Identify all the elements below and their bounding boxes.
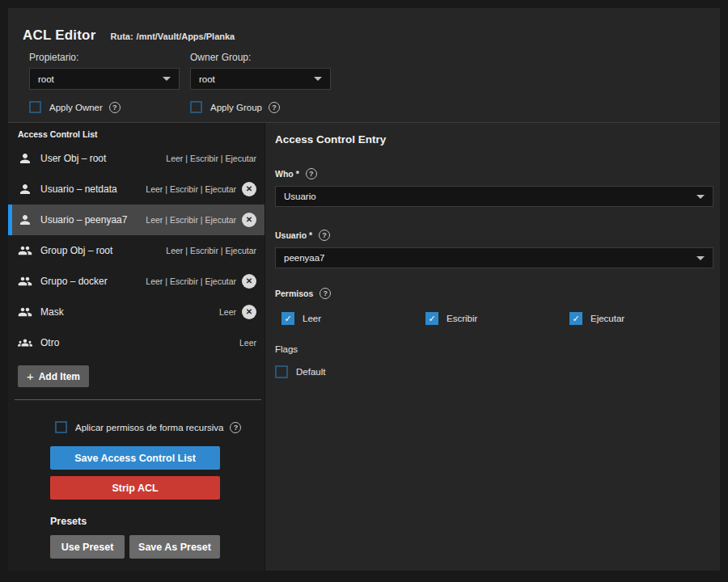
owner-select-value: root bbox=[38, 74, 54, 84]
remove-entry-button[interactable]: ✕ bbox=[242, 305, 256, 319]
user-label: Usuario * bbox=[275, 230, 312, 240]
acl-editor-header: ACL Editor Ruta:/mnt/Vault/Apps/Planka P… bbox=[8, 8, 720, 123]
entry-permissions: Leer | Escribir | Ejecutar bbox=[166, 154, 256, 163]
entry-permissions: Leer | Escribir | Ejecutar bbox=[146, 184, 236, 194]
people-icon bbox=[18, 305, 32, 319]
path-value: /mnt/Vault/Apps/Planka bbox=[137, 32, 235, 41]
people-icon bbox=[18, 274, 32, 289]
help-icon[interactable]: ? bbox=[230, 422, 241, 433]
recursive-checkbox[interactable] bbox=[55, 421, 67, 433]
write-label: Escribir bbox=[447, 314, 477, 323]
execute-label: Ejecutar bbox=[590, 314, 624, 323]
help-icon[interactable]: ? bbox=[319, 230, 330, 241]
entry-permissions: Leer bbox=[219, 307, 236, 317]
help-icon[interactable]: ? bbox=[306, 168, 317, 179]
acl-list-panel: Access Control List User Obj – root Leer… bbox=[8, 123, 265, 571]
write-checkbox[interactable]: ✓ bbox=[425, 312, 438, 325]
help-icon[interactable]: ? bbox=[320, 288, 331, 299]
add-item-button[interactable]: + Add Item bbox=[18, 365, 89, 387]
apply-group-label: Apply Group bbox=[210, 103, 262, 112]
plus-icon: + bbox=[27, 369, 34, 383]
page-title: ACL Editor bbox=[23, 27, 95, 44]
owner-select[interactable]: root bbox=[29, 68, 180, 90]
acl-entry-row[interactable]: Group Obj – root Leer | Escribir | Ejecu… bbox=[8, 235, 265, 266]
recursive-label: Aplicar permisos de forma recursiva bbox=[75, 423, 223, 432]
person-icon bbox=[18, 182, 32, 196]
owner-group-select[interactable]: root bbox=[190, 68, 331, 90]
acl-entry-row[interactable]: User Obj – root Leer | Escribir | Ejecut… bbox=[8, 143, 265, 174]
who-label: Who * bbox=[275, 169, 299, 179]
apply-group-checkbox[interactable] bbox=[190, 101, 202, 113]
entry-permissions: Leer bbox=[239, 338, 256, 348]
save-acl-button[interactable]: Save Access Control List bbox=[50, 446, 220, 470]
entry-title: Access Control Entry bbox=[275, 133, 713, 146]
chevron-down-icon bbox=[696, 256, 705, 260]
divider bbox=[15, 399, 261, 400]
path-label: Ruta: bbox=[110, 32, 133, 41]
dataset-path: Ruta:/mnt/Vault/Apps/Planka bbox=[110, 32, 235, 41]
acl-entry-row-selected[interactable]: Usuario – peenyaa7 Leer | Escribir | Eje… bbox=[8, 205, 265, 235]
who-select-value: Usuario bbox=[284, 192, 316, 201]
chevron-down-icon bbox=[314, 77, 322, 81]
chevron-down-icon bbox=[696, 195, 705, 199]
chevron-down-icon bbox=[163, 77, 171, 81]
user-select-value: peenyaa7 bbox=[284, 253, 325, 263]
entry-permissions: Leer | Escribir | Ejecutar bbox=[146, 276, 236, 286]
acl-entry-row[interactable]: Otro Leer bbox=[8, 327, 265, 358]
use-preset-button[interactable]: Use Preset bbox=[50, 535, 125, 559]
people-icon bbox=[18, 243, 32, 258]
default-flag-checkbox[interactable] bbox=[275, 365, 288, 378]
entry-permissions: Leer | Escribir | Ejecutar bbox=[146, 215, 236, 225]
owner-group-label: Owner Group: bbox=[190, 52, 331, 63]
who-select[interactable]: Usuario bbox=[275, 186, 713, 207]
person-icon bbox=[18, 213, 32, 227]
flags-label: Flags bbox=[275, 344, 713, 354]
acl-entry-row[interactable]: Mask Leer ✕ bbox=[8, 297, 265, 327]
acl-editor-card: ACL Editor Ruta:/mnt/Vault/Apps/Planka P… bbox=[8, 8, 720, 571]
acl-entry-row[interactable]: Usuario – netdata Leer | Escribir | Ejec… bbox=[8, 174, 265, 205]
remove-entry-button[interactable]: ✕ bbox=[242, 182, 256, 196]
permissions-label: Permisos bbox=[275, 289, 313, 298]
groups-icon bbox=[18, 335, 32, 350]
remove-entry-button[interactable]: ✕ bbox=[242, 213, 256, 227]
remove-entry-button[interactable]: ✕ bbox=[242, 274, 256, 289]
presets-title: Presets bbox=[50, 516, 265, 527]
read-checkbox[interactable]: ✓ bbox=[281, 312, 294, 325]
help-icon[interactable]: ? bbox=[109, 102, 121, 113]
save-as-preset-button[interactable]: Save As Preset bbox=[129, 535, 220, 559]
strip-acl-button[interactable]: Strip ACL bbox=[50, 476, 220, 500]
access-control-entry-panel: Access Control Entry Who * ? Usuario Usu… bbox=[265, 123, 720, 571]
acl-list-title: Access Control List bbox=[8, 123, 265, 143]
default-flag-label: Default bbox=[296, 367, 325, 377]
read-label: Leer bbox=[303, 314, 321, 323]
help-icon[interactable]: ? bbox=[269, 102, 280, 113]
apply-owner-label: Apply Owner bbox=[49, 103, 103, 112]
acl-entry-row[interactable]: Grupo – docker Leer | Escribir | Ejecuta… bbox=[8, 266, 265, 297]
person-icon bbox=[18, 151, 32, 166]
apply-owner-checkbox[interactable] bbox=[29, 101, 41, 113]
owner-label: Propietario: bbox=[29, 52, 180, 63]
entry-permissions: Leer | Escribir | Ejecutar bbox=[166, 246, 256, 255]
execute-checkbox[interactable]: ✓ bbox=[569, 312, 582, 325]
owner-group-select-value: root bbox=[199, 74, 215, 84]
user-select[interactable]: peenyaa7 bbox=[275, 247, 713, 268]
